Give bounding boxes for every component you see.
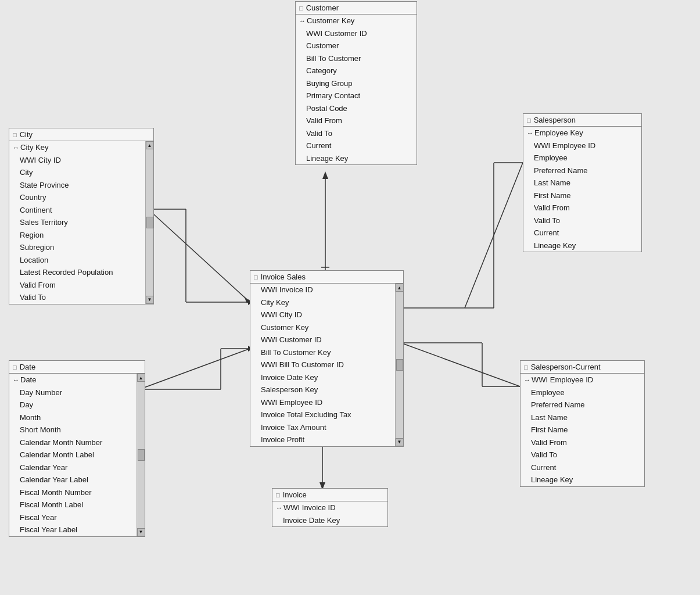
field-row: Current: [523, 227, 641, 239]
salesperson-field-key: ↔ Employee Key: [523, 127, 641, 139]
key-icon: ↔: [524, 375, 530, 385]
field-row: Calendar Year: [9, 461, 137, 474]
date-table-header: □ Date: [9, 361, 145, 374]
field-row: Country: [9, 191, 145, 204]
field-row: Valid To: [296, 127, 417, 140]
field-row: Lineage Key: [523, 239, 641, 252]
customer-table-header: □ Customer: [296, 2, 417, 15]
key-icon: ↔: [276, 503, 282, 513]
field-row: First Name: [520, 424, 644, 436]
field-row: WWI Employee ID: [250, 396, 395, 409]
invoice-sales-table: □ Invoice Sales WWI Invoice ID City Key …: [250, 270, 404, 447]
field-row: Last Name: [520, 411, 644, 424]
field-row: Day: [9, 399, 137, 411]
svg-line-3: [148, 209, 250, 302]
field-row: Category: [296, 64, 417, 77]
table-icon: □: [276, 492, 280, 499]
scroll-up-btn[interactable]: ▲: [396, 284, 404, 292]
table-icon: □: [527, 117, 531, 124]
field-row: Valid From: [9, 279, 145, 292]
scroll-up-btn[interactable]: ▲: [146, 141, 154, 149]
field-row: Preferred Name: [520, 399, 644, 411]
svg-line-17: [465, 163, 523, 308]
city-table-header: □ City: [9, 128, 153, 141]
field-row: Valid From: [296, 114, 417, 127]
field-row: Fiscal Month Label: [9, 499, 137, 511]
field-row: Fiscal Year Label: [9, 524, 137, 536]
salesperson-table-header: □ Salesperson: [523, 114, 641, 127]
svg-marker-1: [322, 171, 328, 179]
svg-line-22: [401, 343, 520, 386]
field-row: Last Name: [523, 177, 641, 189]
field-row: WWI City ID: [250, 309, 395, 321]
field-row: Valid From: [520, 436, 644, 449]
invoice-table: □ Invoice ↔ WWI Invoice ID Invoice Date …: [272, 488, 388, 527]
field-row: Invoice Total Excluding Tax: [250, 408, 395, 421]
key-icon: ↔: [13, 375, 19, 385]
date-scrollbar[interactable]: ▲ ▼: [137, 374, 145, 536]
field-row: WWI Invoice ID: [250, 284, 395, 296]
field-row: Continent: [9, 204, 145, 217]
key-icon: ↔: [299, 16, 306, 26]
city-field-key: ↔ City Key: [9, 141, 145, 154]
field-row: Day Number: [9, 386, 137, 399]
field-row: Fiscal Year: [9, 511, 137, 524]
field-row: Calendar Month Label: [9, 449, 137, 461]
date-table: □ Date ↔ Date Day Number Day Month Short…: [9, 360, 145, 537]
field-row: WWI Customer ID: [296, 27, 417, 40]
city-scrollbar[interactable]: ▲ ▼: [145, 141, 153, 304]
field-row: Primary Contact: [296, 89, 417, 102]
table-icon: □: [299, 5, 303, 12]
field-row: Region: [9, 229, 145, 242]
field-row: Latest Recorded Population: [9, 266, 145, 279]
field-row: City Key: [250, 296, 395, 309]
scroll-up-btn[interactable]: ▲: [137, 374, 145, 382]
field-row: Salesperson Key: [250, 383, 395, 396]
scroll-down-btn[interactable]: ▼: [137, 528, 145, 536]
customer-table-title: Customer: [306, 3, 339, 12]
salesperson-table-title: Salesperson: [534, 116, 576, 124]
field-row: City: [9, 166, 145, 179]
field-row: Invoice Tax Amount: [250, 421, 395, 434]
table-icon: □: [254, 274, 258, 281]
field-row: Fiscal Month Number: [9, 486, 137, 499]
field-row: Postal Code: [296, 102, 417, 115]
scroll-thumb: [146, 217, 153, 228]
field-row: State Province: [9, 179, 145, 192]
field-row: Employee: [520, 386, 644, 399]
field-row: Location: [9, 254, 145, 267]
invoice-field-key: ↔ WWI Invoice ID: [272, 501, 387, 514]
salesperson-current-table-header: □ Salesperson-Current: [520, 361, 644, 374]
table-icon: □: [13, 364, 17, 371]
table-icon: □: [524, 364, 528, 371]
customer-table: □ Customer ↔ Customer Key WWI Customer I…: [295, 1, 417, 165]
invoice-sales-scrollbar[interactable]: ▲ ▼: [395, 284, 403, 446]
scroll-down-btn[interactable]: ▼: [146, 296, 154, 304]
field-row: Valid To: [9, 291, 145, 304]
field-row: Valid From: [523, 202, 641, 214]
salesperson-current-field-key: ↔ WWI Employee ID: [520, 374, 644, 386]
scroll-thumb: [138, 449, 145, 461]
date-field-key: ↔ Date: [9, 374, 137, 386]
field-row: WWI Customer ID: [250, 334, 395, 346]
svg-line-9: [139, 349, 250, 389]
field-row: Month: [9, 411, 137, 424]
field-row: WWI City ID: [9, 154, 145, 167]
field-row: Buying Group: [296, 77, 417, 90]
field-row: Sales Territory: [9, 216, 145, 229]
field-row: Customer Key: [250, 321, 395, 334]
invoice-sales-table-title: Invoice Sales: [261, 273, 306, 281]
field-row: Current: [296, 139, 417, 152]
field-row: Calendar Year Label: [9, 474, 137, 486]
field-row: Invoice Date Key: [250, 371, 395, 384]
city-table-title: City: [20, 130, 33, 139]
invoice-table-header: □ Invoice: [272, 489, 387, 501]
field-row: Employee: [523, 152, 641, 164]
salesperson-table: □ Salesperson ↔ Employee Key WWI Employe…: [523, 113, 642, 252]
field-row: Lineage Key: [296, 152, 417, 165]
date-table-title: Date: [20, 363, 35, 371]
svg-marker-4: [244, 296, 250, 303]
scroll-down-btn[interactable]: ▼: [396, 438, 404, 446]
key-icon: ↔: [13, 143, 19, 153]
field-row: Bill To Customer: [296, 52, 417, 65]
